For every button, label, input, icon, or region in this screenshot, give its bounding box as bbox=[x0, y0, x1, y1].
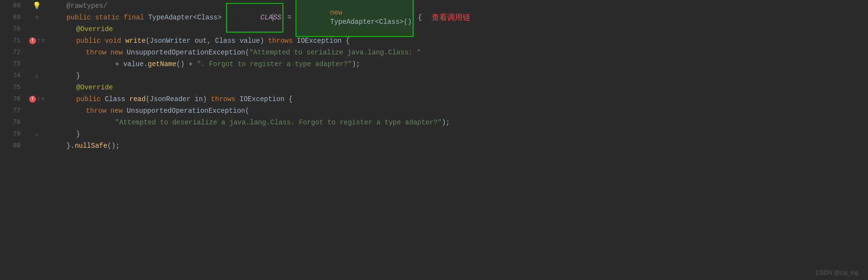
gutter-79: △ bbox=[29, 128, 45, 140]
error-badge-71: ! bbox=[29, 37, 36, 44]
code-line-71: public void write (JsonWriter out, Class… bbox=[47, 35, 868, 47]
code-lines: @rawtypes/ public static final TypeAdapt… bbox=[45, 0, 868, 280]
override-75: @Override bbox=[76, 82, 113, 93]
line-numbers: 68 69 70 71 72 73 74 75 76 77 78 79 80 bbox=[0, 0, 29, 280]
fold-icon-79: △ bbox=[35, 128, 39, 140]
gutter-77 bbox=[29, 105, 45, 117]
line-num-73: 73 bbox=[0, 58, 24, 70]
up-arrow-76: ↑ bbox=[37, 93, 40, 105]
line-num-75: 75 bbox=[0, 82, 24, 93]
gutter-73 bbox=[29, 58, 45, 70]
gutter-68: 💡 bbox=[29, 0, 45, 12]
code-line-70: @Override bbox=[47, 23, 868, 35]
fold-icon-69: ▽ bbox=[35, 12, 39, 23]
line-num-71: 71 bbox=[0, 35, 24, 47]
code-line-72: throw new UnsupportedOperationException(… bbox=[47, 47, 868, 58]
line-num-80: 80 bbox=[0, 140, 24, 152]
line-num-69: 69 bbox=[0, 12, 24, 23]
gutter-71: !↑ ▽ bbox=[29, 35, 45, 47]
watermark: CSDN @cai_ing bbox=[816, 269, 858, 276]
line-num-74: 74 bbox=[0, 70, 24, 82]
code-line-69: public static final TypeAdapter<Class> C… bbox=[47, 12, 868, 23]
gutter-75 bbox=[29, 82, 45, 93]
code-line-73: + value. getName () + ". Forgot to regis… bbox=[47, 58, 868, 70]
gutter-70 bbox=[29, 23, 45, 35]
line-num-70: 70 bbox=[0, 23, 24, 35]
code-line-79: } bbox=[47, 128, 868, 140]
rawtypes-comment: @rawtypes/ bbox=[67, 0, 107, 12]
gutter-76: !↑ ▽ bbox=[29, 93, 45, 105]
up-arrow-71: ↑ bbox=[37, 35, 40, 47]
fold-icon-74: △ bbox=[35, 70, 39, 82]
code-editor: 68 69 70 71 72 73 74 75 76 77 78 79 80 💡… bbox=[0, 0, 868, 280]
line-num-78: 78 bbox=[0, 117, 24, 128]
gutter-72 bbox=[29, 47, 45, 58]
line-num-79: 79 bbox=[0, 128, 24, 140]
error-badge-76: ! bbox=[29, 96, 36, 103]
override-70: @Override bbox=[76, 23, 113, 35]
gutter-78 bbox=[29, 117, 45, 128]
code-line-78: "Attempted to deserialize a java.lang.Cl… bbox=[47, 117, 868, 128]
class-text-cla: CLA bbox=[260, 14, 273, 21]
gutter-74: △ bbox=[29, 70, 45, 82]
fold-icon-76: ▽ bbox=[41, 93, 45, 105]
code-line-80: }. nullSafe (); bbox=[47, 140, 868, 152]
code-line-75: @Override bbox=[47, 82, 868, 93]
code-line-74: } bbox=[47, 70, 868, 82]
code-line-76: public Class read (JsonReader in) throws… bbox=[47, 93, 868, 105]
callchain-label[interactable]: 查看调用链 bbox=[432, 12, 470, 23]
fold-icon-71: ▽ bbox=[41, 35, 45, 47]
code-line-77: throw new UnsupportedOperationException( bbox=[47, 105, 868, 117]
code-line-68: @rawtypes/ bbox=[47, 0, 868, 12]
line-num-68: 68 bbox=[0, 0, 24, 12]
line-num-72: 72 bbox=[0, 47, 24, 58]
gutter-80 bbox=[29, 140, 45, 152]
class-text-ss: SS bbox=[273, 14, 281, 21]
gutter-69: ▽ bbox=[29, 12, 45, 23]
line-num-76: 76 bbox=[0, 93, 24, 105]
lightbulb-icon-68: 💡 bbox=[33, 0, 41, 12]
gutter: 💡 ▽ !↑ ▽ △ !↑ ▽ △ bbox=[29, 0, 45, 280]
line-num-77: 77 bbox=[0, 105, 24, 117]
